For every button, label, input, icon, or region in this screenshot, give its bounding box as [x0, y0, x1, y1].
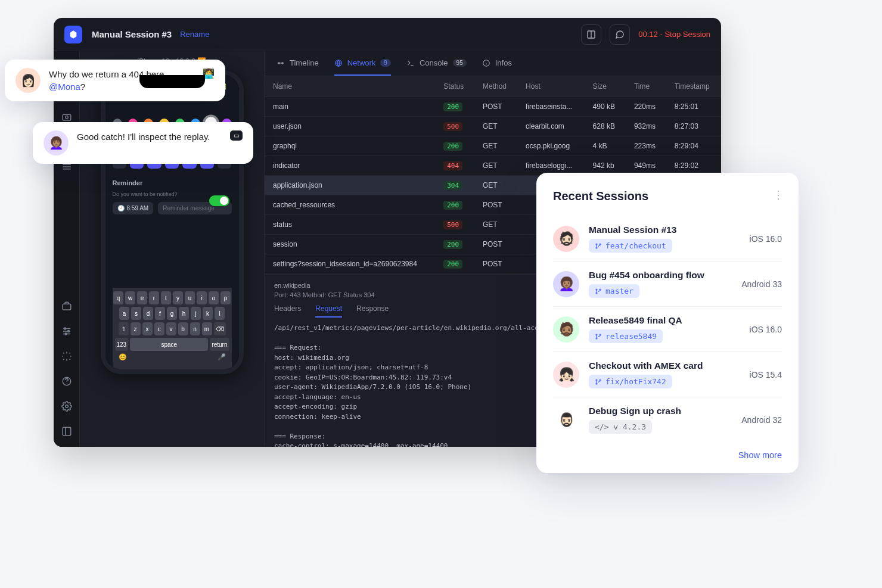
rename-link[interactable]: Rename [180, 30, 209, 39]
key[interactable]: k [203, 307, 213, 320]
avatar: 👩🏽‍🦱 [44, 130, 69, 155]
column-header[interactable]: Time [626, 76, 666, 97]
key[interactable]: v [166, 322, 176, 335]
stop-session-button[interactable]: 00:12 - Stop Session [638, 30, 710, 39]
collapse-icon[interactable] [60, 424, 74, 438]
detail-tab-headers[interactable]: Headers [274, 304, 301, 318]
svg-point-27 [596, 244, 597, 245]
tab-timeline[interactable]: Timeline [277, 51, 319, 76]
key[interactable]: 123 [115, 338, 129, 351]
key[interactable]: z [131, 322, 141, 335]
mic-key[interactable]: 🎤 [218, 353, 226, 361]
session-row[interactable]: 🧔🏻‍♂️ Debug Sign up crash </> v 4.2.3 An… [553, 397, 782, 442]
gear-icon[interactable] [60, 399, 74, 413]
reminder-time[interactable]: 🕗 8:59 AM [113, 202, 154, 214]
sparkle-icon[interactable] [60, 349, 74, 363]
key[interactable]: l [215, 307, 225, 320]
branch-chip: master [589, 284, 639, 298]
detail-tab-response[interactable]: Response [356, 304, 389, 318]
reminder-toggle[interactable] [209, 195, 229, 206]
session-title: Release5849 final QA [589, 315, 740, 326]
key[interactable]: c [154, 322, 164, 335]
tab-network[interactable]: Network9 [334, 51, 391, 76]
network-row[interactable]: user.json500GETclearbit.com628 kB932ms8:… [265, 117, 721, 136]
svg-point-28 [596, 247, 597, 248]
column-header[interactable]: Name [265, 76, 435, 97]
session-row[interactable]: 🧔🏽 Release5849 final QA release5849 iOS … [553, 307, 782, 352]
key[interactable]: q [113, 291, 123, 304]
network-row[interactable]: main200POSTfirebaseinsta...490 kB220ms8:… [265, 97, 721, 117]
session-row[interactable]: 👩🏽‍🦱 Bug #454 onboarding flow master And… [553, 262, 782, 307]
key[interactable]: d [143, 307, 153, 320]
key[interactable]: return [210, 338, 229, 351]
app-logo[interactable] [64, 26, 82, 43]
key[interactable]: ⌫ [214, 322, 226, 335]
show-more-link[interactable]: Show more [553, 450, 782, 460]
column-header[interactable]: Method [474, 76, 517, 97]
keyboard[interactable]: qwertyuiop asdfghjkl ⇧zxcvbnm⌫ 123spacer… [113, 288, 232, 369]
column-header[interactable]: Host [517, 76, 584, 97]
key[interactable]: x [142, 322, 153, 335]
svg-point-35 [600, 334, 601, 335]
column-header[interactable]: Status [435, 76, 474, 97]
svg-point-37 [596, 383, 597, 384]
phone-frame: 9:21●●● 📶 🔋 Freqency SuMoTuWeThFrSa Remi… [101, 70, 244, 374]
key[interactable]: e [137, 291, 147, 304]
tab-console[interactable]: Console95 [406, 51, 467, 76]
more-icon[interactable]: ⋮ [773, 188, 784, 201]
column-header[interactable]: Size [585, 76, 626, 97]
key[interactable]: i [197, 291, 207, 304]
branch-chip: feat/checkout [589, 239, 672, 253]
key[interactable]: a [119, 307, 129, 320]
comment-card-2: 👩🏽‍🦱 Good catch! I'll inspect the replay… [33, 122, 253, 164]
briefcase-icon[interactable] [60, 299, 74, 313]
network-row[interactable]: graphql200GETocsp.pki.goog4 kB223ms8:29:… [265, 136, 721, 156]
comment-button[interactable] [610, 24, 630, 45]
session-row[interactable]: 🧔🏻 Manual Session #13 feat/checkout iOS … [553, 216, 782, 262]
key[interactable]: r [149, 291, 159, 304]
inspector-tabs: Timeline Network9 Console95 Infos [265, 51, 721, 76]
key[interactable]: m [202, 322, 212, 335]
reminder-heading: Reminder [113, 179, 232, 186]
avatar: 👧🏻 [553, 362, 579, 388]
key[interactable]: p [220, 291, 231, 304]
key[interactable]: y [173, 291, 183, 304]
key[interactable]: u [185, 291, 195, 304]
key[interactable]: j [191, 307, 201, 320]
emoji-key[interactable]: 😊 [119, 353, 127, 361]
session-title: Bug #454 onboarding flow [589, 270, 732, 281]
key[interactable]: f [155, 307, 165, 320]
column-header[interactable]: Timestamp [666, 76, 721, 97]
branch-chip: fix/hotFix742 [589, 375, 672, 388]
svg-rect-17 [63, 427, 71, 435]
key[interactable]: o [209, 291, 219, 304]
key[interactable]: h [179, 307, 189, 320]
key[interactable]: t [161, 291, 171, 304]
quote-icon: ▭ [230, 130, 243, 141]
header: Manual Session #3 Rename 00:12 - Stop Se… [54, 18, 721, 51]
avatar: 🧔🏻‍♂️ [553, 407, 579, 433]
detail-tab-request[interactable]: Request [315, 304, 342, 318]
platform-label: iOS 15.4 [750, 370, 782, 379]
mention[interactable]: @Mona [49, 82, 80, 92]
key[interactable]: g [167, 307, 177, 320]
sidebar [54, 51, 80, 447]
platform-label: Android 32 [741, 415, 782, 425]
key[interactable]: w [125, 291, 135, 304]
svg-point-16 [65, 405, 68, 408]
branch-chip: release5849 [589, 329, 663, 343]
session-row[interactable]: 👧🏻 Checkout with AMEX card fix/hotFix742… [553, 352, 782, 397]
avatar: 🧔🏽 [553, 316, 579, 343]
key[interactable]: ⇧ [119, 322, 129, 335]
tab-infos[interactable]: Infos [482, 51, 512, 76]
svg-point-38 [600, 379, 601, 381]
key[interactable]: b [178, 322, 188, 335]
layout-button[interactable] [581, 24, 601, 45]
key[interactable]: space [130, 338, 208, 351]
avatar: 👩🏽‍🦱 [553, 271, 579, 297]
key[interactable]: s [131, 307, 141, 320]
svg-point-33 [596, 334, 597, 335]
help-icon[interactable] [60, 374, 74, 388]
key[interactable]: n [190, 322, 200, 335]
sliders-icon[interactable] [60, 324, 74, 338]
